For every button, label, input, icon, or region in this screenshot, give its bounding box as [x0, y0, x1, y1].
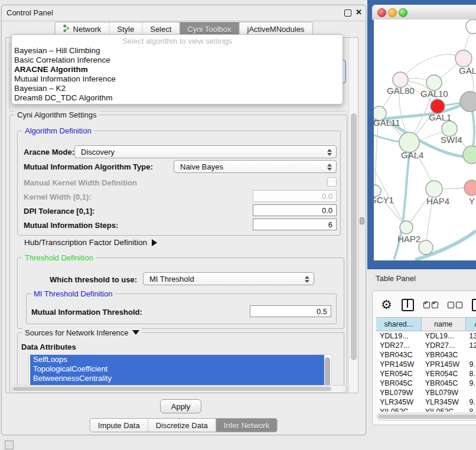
column-header-shared[interactable]: shared...	[376, 318, 422, 331]
column-header-a[interactable]: A	[466, 318, 476, 331]
split-columns-icon[interactable]	[402, 299, 414, 311]
tab-jactivemnodules[interactable]: jActiveMNodules	[240, 22, 312, 35]
hub-definition-label: Hub/Transcription Factor Definition	[24, 238, 147, 247]
mi-threshold-label: Mutual Information Threshold:	[31, 308, 142, 317]
sources-group-title[interactable]: Sources for Network Inference	[22, 328, 142, 337]
table-row[interactable]: YER054CYER054C8.	[376, 369, 476, 379]
data-attributes-label: Data Attributes	[21, 343, 76, 351]
table-row[interactable]: YLR345WYLR345W9.	[376, 397, 476, 407]
attribute-item-betweennesscentrality[interactable]: BetweennessCentrality	[30, 374, 324, 383]
which-threshold-combobox[interactable]: MI Threshold	[143, 272, 314, 285]
deselect-all-columns-icon[interactable]	[448, 302, 462, 308]
network-node[interactable]	[466, 19, 476, 34]
algorithm-option-basic-correlation-inference[interactable]: Basic Correlation Inference	[14, 56, 340, 65]
network-node-gal[interactable]	[455, 50, 472, 67]
node-label: GAL1	[429, 112, 451, 122]
minimized-panel-icon[interactable]	[5, 441, 14, 449]
table-body: YDL19...YDL19...13YDR27...YDR27...12YBR0…	[376, 331, 476, 412]
control-panel-window: Control Panel ✕ NetworkStyleSelectCyni T…	[1, 5, 366, 435]
tab-discretize-data[interactable]: Discretize Data	[148, 419, 216, 432]
network-node[interactable]	[460, 92, 476, 112]
attribute-item-selfloops[interactable]: SelfLoops	[30, 355, 324, 364]
node-label: GCY1	[374, 195, 394, 205]
gear-icon[interactable]: ⚙	[381, 299, 392, 311]
table-cell: YER054C	[422, 369, 466, 379]
network-node-hap2[interactable]	[400, 221, 413, 234]
network-node[interactable]	[463, 146, 476, 164]
attribute-item-topologicalcoefficient[interactable]: TopologicalCoefficient	[30, 364, 324, 374]
tab-network[interactable]: Network	[56, 22, 110, 35]
node-label: GAL4	[401, 150, 423, 160]
network-canvas[interactable]: GALGAL80GAL10GAL1GAL11SWI4GAL4GCY1HAP4YH…	[374, 19, 476, 260]
cyni-mode-tabs: Impute DataDiscretize DataInfer Network	[90, 418, 278, 432]
tab-style[interactable]: Style	[109, 22, 142, 35]
table-cell: 8.	[466, 407, 476, 412]
tab-impute-data[interactable]: Impute Data	[90, 419, 148, 432]
algorithm-option-mutual-information-inference[interactable]: Mutual Information Inference	[14, 74, 340, 84]
table-cell: YBL079W	[376, 388, 422, 397]
threshold-definition-title: Threshold Definition	[22, 253, 96, 262]
algorithm-option-dream8-dc-tdc-algorithm[interactable]: Dream8 DC_TDC Algorithm	[14, 93, 340, 103]
manual-kernel-checkbox[interactable]	[327, 177, 337, 187]
hidden-group-border	[9, 43, 10, 111]
settings-horizontal-scrollbar[interactable]	[11, 385, 346, 393]
table-cell: YER054C	[376, 369, 422, 379]
table-row[interactable]: YDL19...YDL19...13	[376, 331, 476, 341]
apply-button[interactable]: Apply	[160, 399, 201, 413]
table-cell: YIL052C	[376, 407, 422, 412]
network-node-hap4[interactable]	[426, 181, 442, 197]
network-node-gal4[interactable]	[399, 132, 419, 152]
mi-threshold-input[interactable]: 0.5	[250, 305, 331, 317]
scrollbar-thumb[interactable]	[12, 387, 331, 391]
table-cell: YDR27...	[376, 341, 422, 350]
table-row[interactable]: YBL079WYBL079W	[376, 388, 476, 397]
cyni-algorithm-settings-group: Cyni Algorithm Settings Algorithm Defini…	[9, 115, 347, 393]
tab-select[interactable]: Select	[142, 22, 180, 35]
aracne-mode-combobox[interactable]: Discovery	[74, 145, 337, 158]
mi-steps-input[interactable]: 6	[253, 219, 337, 230]
table-row[interactable]: YIL052CYIL052C8.	[376, 407, 476, 412]
table-cell: 13	[466, 331, 476, 341]
table-cell: YBR045C	[376, 379, 422, 388]
tab-label: jActiveMNodules	[247, 25, 305, 34]
mi-threshold-group: MI Threshold Definition Mutual Informati…	[26, 294, 337, 324]
table-row[interactable]: YBR043CYBR043C	[376, 350, 476, 360]
close-icon[interactable]: ✕	[356, 8, 362, 17]
list-vertical-scrollbar[interactable]	[325, 357, 330, 388]
kernel-width-input[interactable]: 0.0	[253, 190, 337, 202]
algorithm-option-bayesian-hill-climbing[interactable]: Bayesian – Hill Climbing	[14, 46, 340, 56]
table-cell	[466, 388, 476, 397]
threshold-definition-group: Threshold Definition Which threshold to …	[17, 257, 344, 329]
tab-cyni-toolbox[interactable]: Cyni Toolbox	[180, 22, 239, 35]
table-row[interactable]: YPR145WYPR145W9.	[376, 360, 476, 369]
float-window-icon[interactable]	[344, 9, 351, 17]
node-label: GAL80	[387, 86, 415, 96]
table-horizontal-scrollbar[interactable]	[376, 413, 476, 420]
dpi-tolerance-input[interactable]: 0.0	[253, 204, 337, 216]
table-cell: 9.	[466, 360, 476, 369]
mac-close-button[interactable]	[377, 8, 386, 17]
document-icon[interactable]	[472, 299, 476, 311]
node-table: shared...nameA YDL19...YDL19...13YDR27..…	[376, 317, 476, 412]
splitter-handle[interactable]	[360, 217, 364, 224]
network-node[interactable]	[419, 240, 433, 255]
tab-infer-network[interactable]: Infer Network	[216, 419, 277, 432]
manual-kernel-label: Manual Kernel Width Definition	[24, 178, 137, 187]
select-all-columns-icon[interactable]	[423, 302, 438, 308]
scrollbar-thumb[interactable]	[378, 415, 476, 419]
column-header-name[interactable]: name	[422, 318, 466, 331]
network-node-gal1[interactable]	[431, 99, 445, 113]
table-row[interactable]: YBR045CYBR045C9.	[376, 379, 476, 388]
algorithm-option-bayesian-k2[interactable]: Bayesian – K2	[14, 84, 340, 93]
table-row[interactable]: YDR27...YDR27...12	[376, 341, 476, 350]
mac-zoom-button[interactable]	[399, 8, 407, 17]
hub-definition-expander[interactable]: Hub/Transcription Factor Definition	[24, 238, 157, 247]
algorithm-option-aracne-algorithm[interactable]: ARACNE Algorithm	[14, 65, 340, 74]
table-cell: YDL19...	[422, 331, 466, 341]
expander-expanded-icon	[132, 330, 139, 335]
scrollbar-thumb[interactable]	[351, 113, 357, 360]
settings-vertical-scrollbar[interactable]	[348, 38, 358, 393]
mac-minimize-button[interactable]	[388, 8, 397, 17]
mi-type-combobox[interactable]: Naive Bayes	[174, 160, 337, 173]
network-node-y[interactable]	[464, 180, 476, 195]
